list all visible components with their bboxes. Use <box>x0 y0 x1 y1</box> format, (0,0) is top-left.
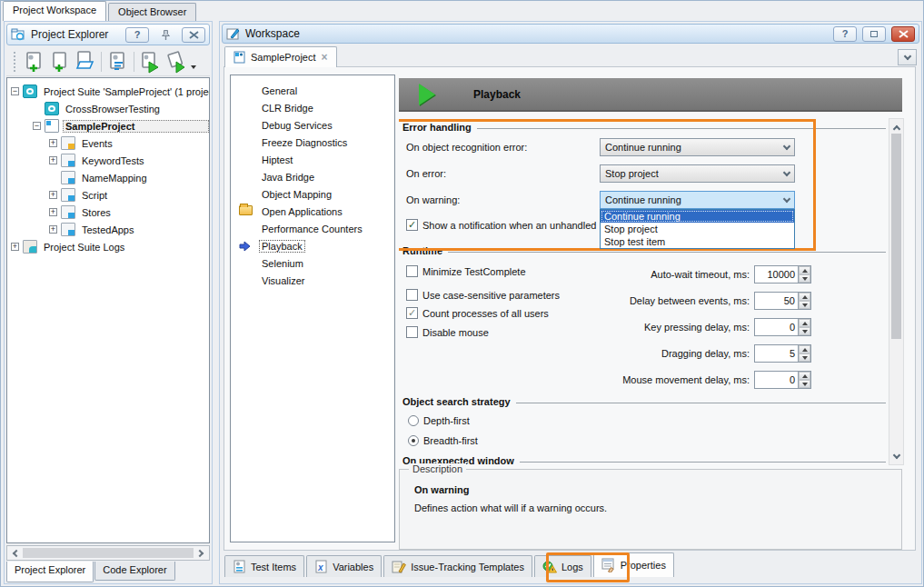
spin-down-button[interactable] <box>799 327 810 335</box>
category-open-applications[interactable]: Open Applications <box>231 203 394 220</box>
collapse-toggle[interactable]: − <box>33 122 41 130</box>
tree-item-keywordtests[interactable]: + KeywordTests <box>7 152 209 169</box>
category-object-mapping[interactable]: Object Mapping <box>231 185 394 203</box>
delay-events-spinner[interactable]: 50 <box>754 292 811 310</box>
category-selenium[interactable]: Selenium <box>231 254 394 272</box>
recognition-error-select[interactable]: Continue running <box>600 138 795 156</box>
collapse-toggle[interactable]: − <box>11 87 19 95</box>
on-error-select[interactable]: Stop project <box>600 164 795 183</box>
spin-up-button[interactable] <box>799 319 810 327</box>
tab-project-workspace[interactable]: Project Workspace <box>3 1 106 21</box>
tab-object-browser[interactable]: Object Browser <box>108 3 196 21</box>
scroll-left-arrow[interactable] <box>13 549 20 556</box>
tree-item-project-suite-logs[interactable]: + Project Suite Logs <box>7 238 209 255</box>
category-playback[interactable]: Playback <box>231 237 394 254</box>
add-new-project-button[interactable] <box>23 50 45 74</box>
breadth-first-row[interactable]: Breadth-first <box>408 435 478 446</box>
category-hiptest[interactable]: Hiptest <box>231 151 394 168</box>
pin-button[interactable] <box>154 27 177 43</box>
category-java-bridge[interactable]: Java Bridge <box>231 168 394 185</box>
option-continue-running[interactable]: Continue running <box>601 210 794 223</box>
tree-item-sampleproject[interactable]: − SampleProject <box>7 117 209 134</box>
disable-mouse-row[interactable]: Disable mouse <box>406 326 489 338</box>
toolbar-more-dropdown[interactable] <box>191 65 196 69</box>
expand-toggle[interactable]: + <box>49 208 57 216</box>
count-processes-checkbox[interactable] <box>406 307 418 319</box>
on-warning-select[interactable]: Continue running <box>600 191 795 209</box>
add-new-item-button[interactable] <box>48 50 71 74</box>
tab-code-explorer[interactable]: Code Explorer <box>94 562 174 581</box>
toolbar-grip[interactable] <box>14 52 16 72</box>
close-panel-button[interactable] <box>182 27 205 43</box>
document-tab-sampleproject[interactable]: SampleProject × <box>224 46 337 67</box>
minimize-testcomplete-checkbox[interactable] <box>406 265 418 277</box>
category-visualizer[interactable]: Visualizer <box>231 272 394 289</box>
spin-down-button[interactable] <box>799 274 810 283</box>
expand-toggle[interactable]: + <box>11 243 19 251</box>
minimize-button[interactable] <box>862 26 886 42</box>
close-tab-icon[interactable]: × <box>322 51 328 64</box>
spin-down-button[interactable] <box>799 353 810 362</box>
run-test-button[interactable] <box>164 50 187 74</box>
option-stop-test-item[interactable]: Stop test item <box>601 235 794 248</box>
tree-item-namemapping[interactable]: NameMapping <box>7 169 209 186</box>
count-processes-row[interactable]: Count processes of all users <box>406 307 549 319</box>
add-existing-item-button[interactable] <box>74 50 96 74</box>
mouse-delay-spinner[interactable]: 0 <box>754 371 811 389</box>
scroll-up-arrow[interactable] <box>889 121 903 134</box>
depth-first-row[interactable]: Depth-first <box>408 415 470 426</box>
key-delay-spinner[interactable]: 0 <box>754 318 811 336</box>
toolbar-separator <box>101 52 102 72</box>
tree-item-testedapps[interactable]: + TestedApps <box>7 221 209 238</box>
disable-mouse-checkbox[interactable] <box>406 326 418 338</box>
scroll-down-arrow[interactable] <box>889 450 903 463</box>
scrollbar-thumb[interactable] <box>23 548 194 558</box>
chevron-down-icon <box>903 52 910 59</box>
category-performance-counters[interactable]: Performance Counters <box>231 220 394 237</box>
close-workspace-button[interactable] <box>891 26 915 42</box>
tab-list-dropdown-button[interactable] <box>898 49 917 65</box>
depth-first-radio[interactable] <box>408 415 419 426</box>
expand-toggle[interactable]: + <box>49 191 57 199</box>
option-stop-project[interactable]: Stop project <box>601 223 794 235</box>
minimize-testcomplete-row[interactable]: Minimize TestComplete <box>406 265 526 277</box>
notification-checkbox[interactable] <box>406 219 418 231</box>
dragging-delay-spinner[interactable]: 5 <box>754 344 811 363</box>
tab-test-items[interactable]: Test Items <box>224 555 304 577</box>
spin-up-button[interactable] <box>799 266 810 274</box>
organize-test-items-button[interactable] <box>106 50 129 74</box>
tab-variables[interactable]: x Variables <box>306 555 382 577</box>
breadth-first-radio[interactable] <box>408 435 419 446</box>
tree-item-project-suite[interactable]: − Project Suite 'SampleProject' (1 proje… <box>7 83 209 100</box>
case-sensitive-checkbox[interactable] <box>406 289 418 301</box>
scrollbar-thumb[interactable] <box>891 134 901 339</box>
help-button[interactable]: ? <box>125 27 149 43</box>
scroll-right-arrow[interactable] <box>196 549 204 556</box>
spin-down-button[interactable] <box>799 380 810 388</box>
category-general[interactable]: General <box>231 82 394 99</box>
tree-item-script[interactable]: + Script <box>7 186 209 204</box>
notification-checkbox-row[interactable]: Show a notification when an unhandled sc <box>406 219 599 231</box>
run-project-button[interactable] <box>139 50 162 74</box>
category-freeze-diagnostics[interactable]: Freeze Diagnostics <box>231 134 394 151</box>
tree-item-stores[interactable]: + Stores <box>7 204 209 221</box>
category-clr-bridge[interactable]: CLR Bridge <box>231 99 394 116</box>
auto-wait-spinner[interactable]: 10000 <box>754 265 811 284</box>
tab-issue-tracking-templates[interactable]: Issue-Tracking Templates <box>383 555 532 577</box>
help-button[interactable]: ? <box>833 26 857 42</box>
spin-down-button[interactable] <box>799 301 810 309</box>
options-vertical-scrollbar[interactable] <box>889 118 904 465</box>
expand-toggle[interactable]: + <box>49 139 57 147</box>
tree-item-crossbrowsertesting[interactable]: CrossBrowserTesting <box>7 100 209 117</box>
spin-up-button[interactable] <box>799 293 810 301</box>
tab-properties[interactable]: Properties <box>593 552 674 577</box>
spin-up-button[interactable] <box>799 345 810 353</box>
tab-project-explorer[interactable]: Project Explorer <box>6 562 94 582</box>
expand-toggle[interactable]: + <box>49 156 57 164</box>
tree-horizontal-scrollbar[interactable] <box>6 545 210 561</box>
expand-toggle[interactable]: + <box>49 225 57 234</box>
spin-up-button[interactable] <box>799 372 810 380</box>
tab-logs[interactable]: Logs <box>534 555 591 577</box>
category-debug-services[interactable]: Debug Services <box>231 116 394 134</box>
tree-item-events[interactable]: + Events <box>7 134 209 152</box>
